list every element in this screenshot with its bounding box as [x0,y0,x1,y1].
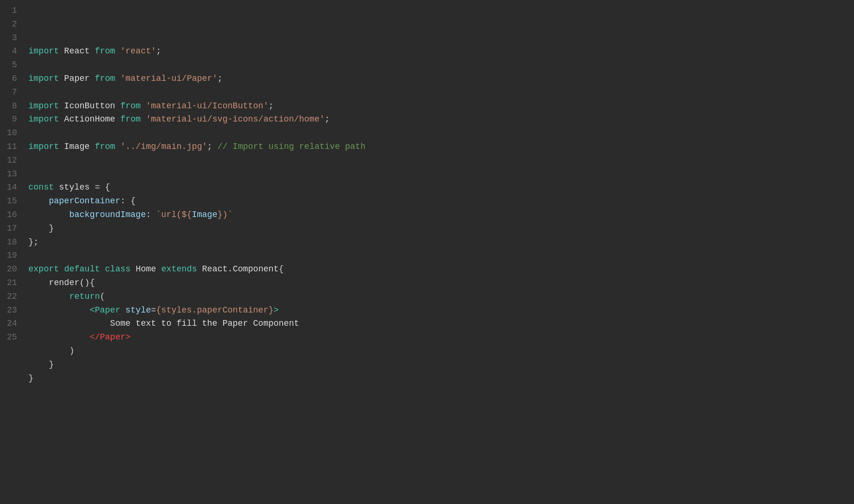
token-punct: = [151,305,156,315]
token-identifier [115,46,121,56]
token-comment: // Import using relative path [218,142,366,151]
token-punct: { [90,278,95,287]
token-punct: ; [207,142,218,151]
token-kw-import: import [28,142,59,151]
line-number: 21 [4,276,17,290]
token-kw-default: default [64,264,100,274]
token-identifier: Paper [59,74,95,83]
token-punct: = { [95,182,110,192]
token-kw-import: import [28,101,59,111]
token-punct: ) [69,346,74,356]
token-kw-from: from [95,142,115,151]
token-identifier [28,292,69,301]
line-number: 4 [4,44,17,58]
code-line: render(){ [28,276,854,290]
token-identifier: render() [28,278,90,287]
token-punct: : [146,210,156,219]
token-kw-from: from [120,101,140,111]
line-number: 14 [4,181,17,194]
token-punct: }; [28,237,39,247]
code-line: export default class Home extends React.… [28,262,854,276]
token-identifier [115,74,121,83]
code-line [28,126,854,140]
token-identifier [59,264,64,274]
line-number: 19 [4,249,17,262]
token-punct: { [279,264,284,274]
line-number: 3 [4,31,17,45]
token-kw-const: const [28,182,54,192]
token-identifier [141,101,146,111]
line-number: 10 [4,126,17,140]
code-editor: 1234567891011121314151617181920212223242… [0,0,854,504]
token-punct: : { [120,196,135,206]
line-number: 7 [4,86,17,99]
token-kw-import: import [28,114,59,124]
code-line: } [28,358,854,372]
token-str-template: `url(${ [156,210,192,219]
token-property: paperContainer [49,196,120,206]
token-jsx-value: {styles.paperContainer} [156,305,273,315]
code-line: ) [28,344,854,358]
token-str-single: 'react' [120,46,156,56]
token-identifier: React [59,46,95,56]
token-jsx-tag: <Paper [90,305,121,315]
code-line [28,249,854,262]
token-identifier [28,224,49,233]
token-str-single: 'material-ui/svg-icons/action/home' [146,114,324,124]
token-identifier [28,360,49,369]
token-jsx-attr: style [120,305,151,315]
token-punct: ; [156,46,161,56]
line-number: 2 [4,17,17,31]
line-number: 23 [4,304,17,317]
token-kw-class: class [105,264,131,274]
code-line [28,167,854,181]
token-kw-import: import [28,46,59,56]
code-line [28,154,854,167]
token-punct: } [49,224,54,233]
code-line: } [28,372,854,385]
line-number: 16 [4,208,17,222]
code-line: Some text to fill the Paper Component [28,317,854,330]
token-identifier [28,210,69,219]
token-identifier: styles [54,182,95,192]
code-line: import IconButton from 'material-ui/Icon… [28,99,854,113]
token-kw-export: export [28,264,59,274]
line-number: 11 [4,140,17,154]
code-line: import ActionHome from 'material-ui/svg-… [28,113,854,126]
token-identifier: React.Component [197,264,279,274]
token-kw-from: from [95,74,115,83]
token-jsx-tag: > [274,305,279,315]
line-number: 17 [4,222,17,235]
token-str-single: 'material-ui/Paper' [120,74,217,83]
token-identifier [28,332,90,342]
token-identifier: Some text to fill the Paper Component [28,319,299,328]
token-kw-from: from [120,114,140,124]
token-identifier: ActionHome [59,114,121,124]
line-numbers: 1234567891011121314151617181920212223242… [0,0,25,504]
line-number: 18 [4,235,17,249]
line-number: 22 [4,290,17,304]
token-str-single: '../img/main.jpg' [120,142,207,151]
token-identifier [28,196,49,206]
line-number: 15 [4,194,17,208]
code-line: import Paper from 'material-ui/Paper'; [28,72,854,86]
token-identifier [141,114,146,124]
line-number: 1 [4,4,17,17]
line-number: 20 [4,262,17,276]
token-punct: } [28,374,34,383]
code-line: </Paper> [28,330,854,344]
token-kw-from: from [95,46,115,56]
code-line: import Image from '../img/main.jpg'; // … [28,140,854,154]
token-str-single: 'material-ui/IconButton' [146,101,268,111]
code-line: paperContainer: { [28,194,854,208]
code-line: backgroundImage: `url(${Image})` [28,208,854,222]
line-number: 13 [4,167,17,181]
token-identifier [28,346,69,356]
token-punct: ( [100,292,105,301]
code-content: import React from 'react'; import Paper … [25,0,854,504]
code-line: }; [28,235,854,249]
token-identifier: Home [131,264,161,274]
code-line: const styles = { [28,181,854,194]
code-line: <Paper style={styles.paperContainer}> [28,304,854,317]
code-line: } [28,222,854,235]
